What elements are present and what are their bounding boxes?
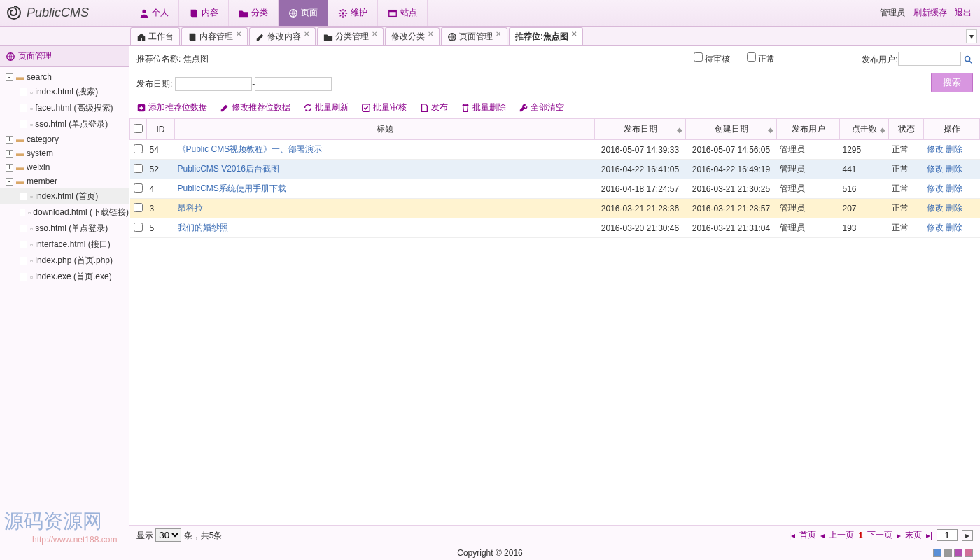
tab-分类管理[interactable]: 分类管理✕ [317, 27, 384, 46]
title-link[interactable]: 《Public CMS视频教程》一、部署演示 [178, 144, 323, 154]
tree-toggle[interactable]: + [6, 136, 13, 144]
sidebar-collapse-button[interactable]: — [115, 52, 123, 62]
date-to-input[interactable] [255, 77, 332, 91]
col-header[interactable]: 创建日期◆ [686, 119, 777, 140]
toolbar-全部清空[interactable]: 全部清空 [519, 102, 564, 113]
edit-link[interactable]: 修改 [927, 203, 944, 213]
tree-item[interactable]: +▬category [0, 132, 129, 146]
tab-close-icon[interactable]: ✕ [304, 30, 309, 38]
tabs-expand-button[interactable]: ▾ [966, 29, 977, 43]
title-link[interactable]: 我们的婚纱照 [178, 223, 228, 232]
col-header[interactable]: 发布用户 [777, 119, 840, 140]
topnav-维护[interactable]: 维护 [328, 0, 378, 26]
date-from-input[interactable] [175, 77, 252, 91]
tab-close-icon[interactable]: ✕ [496, 30, 501, 38]
delete-link[interactable]: 删除 [946, 203, 962, 213]
logout-link[interactable]: 退出 [955, 8, 972, 18]
topnav-分类[interactable]: 分类 [229, 0, 279, 26]
edit-link[interactable]: 修改 [927, 223, 944, 232]
theme-swatch[interactable] [965, 549, 973, 557]
theme-swatch[interactable] [944, 549, 952, 557]
toolbar-批量刷新[interactable]: 批量刷新 [303, 102, 349, 113]
tab-close-icon[interactable]: ✕ [372, 30, 377, 38]
tree-item[interactable]: ▫index.html (搜索) [0, 84, 129, 100]
tab-close-icon[interactable]: ✕ [571, 30, 577, 38]
pager-prev[interactable]: 上一页 [829, 529, 854, 541]
edit-link[interactable]: 修改 [927, 164, 944, 174]
search-button[interactable]: 搜索 [931, 73, 973, 92]
tab-修改内容[interactable]: 修改内容✕ [249, 27, 316, 46]
tree-item[interactable]: ▫sso.html (单点登录) [0, 116, 129, 132]
pending-checkbox[interactable] [694, 52, 703, 62]
cell-create-date: 2016-04-22 16:49:19 [686, 160, 777, 179]
delete-link[interactable]: 删除 [946, 223, 962, 232]
normal-checkbox[interactable] [747, 52, 756, 62]
topnav-站点[interactable]: 站点 [378, 0, 428, 26]
delete-link[interactable]: 删除 [946, 164, 962, 174]
delete-link[interactable]: 删除 [946, 144, 962, 154]
col-header[interactable]: 发布日期◆ [595, 119, 686, 140]
title-link[interactable]: PublicCMS V2016后台截图 [178, 164, 279, 174]
title-link[interactable]: PublicCMS系统使用手册下载 [178, 183, 286, 193]
delete-link[interactable]: 删除 [946, 183, 962, 193]
col-header[interactable]: 点击数◆ [840, 119, 889, 140]
theme-swatch[interactable] [954, 549, 962, 557]
pager-goto-input[interactable] [937, 529, 958, 541]
topnav-内容[interactable]: 内容 [179, 0, 229, 26]
tab-close-icon[interactable]: ✕ [236, 30, 241, 38]
tab-推荐位:焦点图[interactable]: 推荐位:焦点图✕ [509, 27, 583, 46]
row-checkbox[interactable] [134, 144, 143, 153]
topnav-个人[interactable]: 个人 [130, 0, 179, 26]
pager-goto-button[interactable]: ▸ [962, 530, 973, 541]
tab-修改分类[interactable]: 修改分类✕ [385, 27, 440, 46]
pager-last[interactable]: 末页 [905, 529, 922, 541]
theme-swatch[interactable] [933, 549, 941, 557]
tree-toggle[interactable]: + [6, 150, 13, 158]
tree-item[interactable]: ▫facet.html (高级搜索) [0, 100, 129, 116]
row-checkbox[interactable] [134, 183, 143, 192]
tree-toggle[interactable]: - [6, 178, 13, 186]
page-size-select[interactable]: 30 [155, 528, 181, 542]
tree-toggle[interactable]: + [6, 164, 13, 172]
cell-actions: 修改 删除 [924, 218, 980, 238]
row-checkbox[interactable] [134, 164, 143, 173]
select-all-checkbox[interactable] [134, 124, 143, 133]
tree-item[interactable]: +▬system [0, 146, 129, 160]
tree-item[interactable]: ▫download.html (下载链接) [0, 204, 129, 220]
toolbar-批量审核[interactable]: 批量审核 [361, 102, 407, 113]
tab-close-icon[interactable]: ✕ [428, 30, 433, 38]
edit-link[interactable]: 修改 [927, 144, 944, 154]
tree-item[interactable]: ▫index.php (首页.php) [0, 253, 129, 269]
tree-toggle[interactable]: - [6, 74, 13, 81]
col-header[interactable]: 操作 [924, 119, 980, 140]
row-checkbox[interactable] [134, 223, 143, 232]
toolbar-发布[interactable]: 发布 [419, 102, 448, 113]
table-row: 54 《Public CMS视频教程》一、部署演示 2016-05-07 14:… [130, 140, 980, 160]
toolbar-添加推荐位数据[interactable]: 添加推荐位数据 [136, 102, 207, 113]
search-icon[interactable] [963, 55, 973, 64]
toolbar-批量删除[interactable]: 批量删除 [461, 102, 506, 113]
pager-first[interactable]: 首页 [799, 529, 816, 541]
tree-item[interactable]: ▫sso.html (单点登录) [0, 220, 129, 237]
toolbar-修改推荐位数据[interactable]: 修改推荐位数据 [220, 102, 290, 113]
edit-link[interactable]: 修改 [927, 183, 944, 193]
tree-item[interactable]: -▬member [0, 174, 129, 188]
topnav-页面[interactable]: 页面 [279, 0, 328, 26]
pager-next[interactable]: 下一页 [867, 529, 892, 541]
tree-item[interactable]: ▫interface.html (接口) [0, 237, 129, 253]
tab-工作台[interactable]: 工作台 [130, 27, 180, 46]
tree-item[interactable]: ▫index.html (首页) [0, 188, 129, 204]
publisher-input[interactable] [898, 52, 961, 66]
tree-item[interactable]: ▫index.exe (首页.exe) [0, 269, 129, 285]
col-header[interactable]: ID [147, 119, 175, 140]
col-header[interactable]: 标题 [175, 119, 595, 140]
folder-icon: ▬ [16, 148, 24, 158]
tree-item[interactable]: -▬search [0, 70, 129, 84]
tab-内容管理[interactable]: 内容管理✕ [181, 27, 248, 46]
tab-页面管理[interactable]: 页面管理✕ [441, 27, 507, 46]
tree-item[interactable]: +▬weixin [0, 160, 129, 174]
col-header[interactable]: 状态 [889, 119, 924, 140]
row-checkbox[interactable] [134, 203, 143, 212]
refresh-cache-link[interactable]: 刷新缓存 [913, 8, 947, 18]
title-link[interactable]: 昂科拉 [178, 203, 203, 213]
